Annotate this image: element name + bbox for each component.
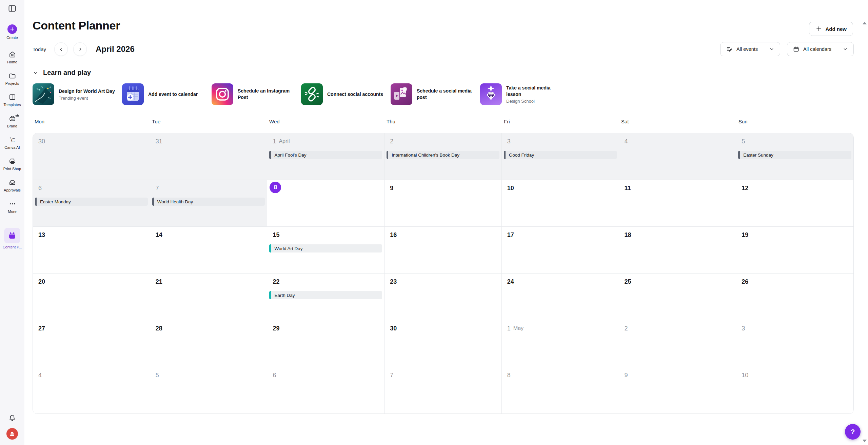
learn-card[interactable]: Design for World Art DayTrending event (33, 83, 122, 105)
calendar-day-cell[interactable]: 9 (619, 367, 736, 414)
learn-card[interactable]: Schedule an Instagram Post (212, 83, 301, 105)
account-avatar[interactable] (6, 428, 18, 440)
calendar-day-cell[interactable]: 1May (502, 320, 619, 367)
brand-icon: co (8, 115, 16, 122)
create-button[interactable]: Create (6, 24, 18, 40)
events-filter-dropdown[interactable]: All events (720, 42, 780, 56)
sidebar-item-approvals[interactable]: Approvals (0, 179, 24, 192)
calendar-day-cell[interactable]: 31 (150, 133, 268, 180)
calendar-day-cell[interactable]: 30 (384, 320, 502, 367)
canva-ai-icon: C (8, 136, 16, 144)
calendar-day-cell[interactable]: 30 (33, 133, 150, 180)
calendar-day-cell[interactable]: 29 (267, 320, 384, 367)
calendar-day-cell[interactable]: 8 (502, 367, 619, 414)
calendar-day-cell[interactable]: 6Easter Monday (33, 180, 150, 227)
sidebar-item-home[interactable]: Home (0, 50, 24, 64)
day-events: World Health Day (150, 198, 267, 206)
scroll-up-arrow-icon[interactable] (863, 22, 867, 24)
help-button[interactable]: ? (845, 424, 861, 440)
sidebar-item-templates[interactable]: Templates (0, 93, 24, 107)
add-new-label: Add new (826, 26, 847, 32)
calendar-day-cell[interactable]: 18 (619, 227, 736, 274)
day-number-row: 16 (390, 231, 501, 239)
card-title: Take a social media lesson (506, 85, 567, 98)
calendar-day-cell[interactable]: 10 (736, 367, 853, 414)
calendar-day-cell[interactable]: 6 (267, 367, 384, 414)
sidebar-item-canva-ai[interactable]: CCanva AI (0, 136, 24, 149)
calendar-day-cell[interactable]: 13 (33, 227, 150, 274)
calendar-day-cell[interactable]: 7 (384, 367, 502, 414)
prev-month-button[interactable] (54, 42, 68, 56)
learn-card[interactable]: Schedule a social media post (391, 83, 480, 105)
calendar-day-cell[interactable]: 24 (502, 274, 619, 320)
day-number-row: 1May (507, 324, 619, 332)
calendar-day-cell[interactable]: 3Good Friday (502, 133, 619, 180)
sidebar-item-projects[interactable]: Projects (0, 72, 24, 85)
calendar-day-cell[interactable]: 11 (619, 180, 736, 227)
calendar-day-cell[interactable]: 3 (736, 320, 853, 367)
calendar-day-cell[interactable]: 16 (384, 227, 502, 274)
day-number-row: 3 (507, 137, 619, 145)
calendar-day-cell[interactable]: 27 (33, 320, 150, 367)
event-pill[interactable]: World Art Day (269, 244, 382, 252)
add-new-button[interactable]: Add new (809, 22, 853, 36)
event-pill[interactable]: Earth Day (269, 291, 382, 299)
calendar-day-cell[interactable]: 1AprilApril Fool's Day (267, 133, 384, 180)
calendar-day-cell[interactable]: 10 (502, 180, 619, 227)
sidebar-item-label: Home (7, 60, 17, 64)
calendar-day-cell[interactable]: 21 (150, 274, 268, 320)
sidebar-item-content-planner[interactable]: Content P... (3, 228, 22, 249)
calendar-day-cell[interactable]: 2 (619, 320, 736, 367)
collapse-chevron-icon[interactable] (33, 70, 39, 76)
chevron-down-icon (769, 46, 774, 52)
calendar-day-cell[interactable]: 17 (502, 227, 619, 274)
event-pill[interactable]: Easter Monday (35, 198, 148, 206)
today-button[interactable]: Today (33, 46, 46, 52)
day-number-row: 2 (390, 137, 501, 145)
day-number: 7 (156, 185, 159, 192)
calendar-day-cell[interactable]: 26 (736, 274, 853, 320)
notifications-bell-icon[interactable] (8, 414, 16, 422)
calendar-day-cell[interactable]: 28 (150, 320, 268, 367)
month-label: April 2026 (96, 44, 135, 54)
event-pill[interactable]: April Fool's Day (269, 151, 382, 159)
calendar-day-cell[interactable]: 9 (384, 180, 502, 227)
weekday-header-row: MonTueWedThuFriSatSun (33, 119, 854, 124)
connect-accounts-thumb (301, 83, 323, 105)
learn-card[interactable]: Connect social accounts (301, 83, 391, 105)
day-number: 15 (273, 231, 279, 239)
calendar-day-cell[interactable]: 22Earth Day (267, 274, 384, 320)
event-pill[interactable]: World Health Day (152, 198, 265, 206)
event-pill[interactable]: Good Friday (504, 151, 617, 159)
add-event-thumb (122, 83, 144, 105)
calendar-day-cell[interactable]: 8 (267, 180, 384, 227)
sidebar-toggle-icon[interactable] (8, 4, 17, 13)
calendars-filter-dropdown[interactable]: All calendars (787, 42, 854, 56)
calendar-day-cell[interactable]: 15World Art Day (267, 227, 384, 274)
calendar-day-cell[interactable]: 14 (150, 227, 268, 274)
calendar-day-cell[interactable]: 4 (619, 133, 736, 180)
calendar-day-cell[interactable]: 5Easter Sunday (736, 133, 853, 180)
scroll-down-arrow-icon[interactable] (863, 440, 867, 442)
calendar-day-cell[interactable]: 12 (736, 180, 853, 227)
event-pill[interactable]: Easter Sunday (738, 151, 851, 159)
next-month-button[interactable] (73, 42, 87, 56)
calendar-toolbar: Today April 2026 All events All calendar… (33, 42, 854, 57)
calendar-day-cell[interactable]: 20 (33, 274, 150, 320)
sidebar-item-more[interactable]: More (0, 200, 24, 214)
calendar-day-cell[interactable]: 2International Children's Book Day (384, 133, 502, 180)
calendar-day-cell[interactable]: 5 (150, 367, 268, 414)
sidebar-item-brand[interactable]: coBrand (0, 115, 24, 128)
sidebar-item-print-shop[interactable]: Print Shop (0, 157, 24, 171)
learn-card[interactable]: Add event to calendar (122, 83, 212, 105)
calendar-day-cell[interactable]: 7World Health Day (150, 180, 268, 227)
learn-card[interactable]: Take a social media lessonDesign School (480, 83, 570, 105)
calendar-day-cell[interactable]: 25 (619, 274, 736, 320)
day-number-row: 7 (156, 184, 267, 192)
calendar-day-cell[interactable]: 23 (384, 274, 502, 320)
calendar-day-cell[interactable]: 4 (33, 367, 150, 414)
event-pill[interactable]: International Children's Book Day (387, 151, 499, 159)
plus-icon (9, 26, 15, 32)
day-number: 30 (390, 325, 397, 332)
calendar-day-cell[interactable]: 19 (736, 227, 853, 274)
